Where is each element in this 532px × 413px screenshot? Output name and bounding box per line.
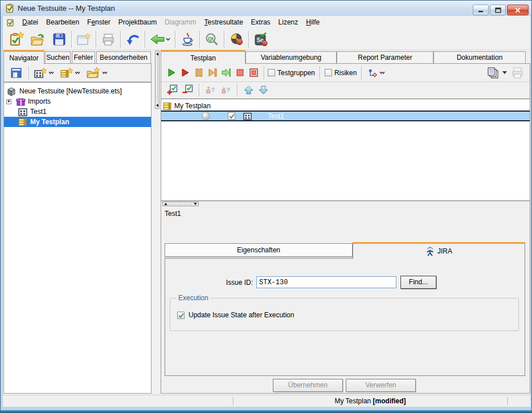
tab-label: Fehler (73, 54, 93, 62)
pause-button[interactable] (192, 66, 206, 80)
chevron-down-icon (48, 71, 54, 75)
menu-hilfe[interactable]: Hilfe (302, 16, 324, 28)
panel-splitter[interactable] (155, 51, 159, 109)
close-button[interactable] (507, 5, 529, 15)
risiken-label: Risiken (334, 69, 357, 77)
detail-splitter[interactable] (162, 202, 199, 206)
print-button[interactable] (97, 30, 119, 49)
menu-projektbaum[interactable]: Projektbaum (114, 16, 161, 28)
testgruppen-checkbox[interactable] (268, 69, 275, 76)
stop-button[interactable] (233, 66, 247, 80)
tab-label: JIRA (437, 247, 452, 255)
navigator-maximize-icon (10, 67, 23, 79)
undo-button[interactable] (122, 30, 144, 49)
tab-fehler[interactable]: Fehler (72, 51, 95, 63)
remove-item-button[interactable] (180, 83, 195, 97)
issue-id-input[interactable] (256, 276, 396, 288)
execution-groupbox: Execution Update Issue State after Execu… (170, 298, 519, 331)
new-testcase-button[interactable] (32, 66, 55, 80)
tab-label: Navigator (9, 54, 38, 62)
expand-icon[interactable]: + (6, 99, 11, 104)
testplan-item-row[interactable]: Test1 (161, 111, 530, 121)
titlebar[interactable]: Neue Testsuite -- My Testplan (1, 1, 531, 16)
new-window-button (73, 30, 95, 49)
menu-datei[interactable]: Datei (18, 16, 42, 28)
save-button[interactable] (48, 30, 70, 49)
testplan-tree: My Testplan Test1 (161, 99, 530, 201)
tab-label: Report Parameter (358, 54, 412, 62)
tab-navigator[interactable]: Navigator (3, 50, 44, 64)
testgruppen-toggle[interactable]: Testgruppen (268, 69, 315, 77)
window-title: Neue Testsuite -- My Testplan (18, 4, 115, 13)
breakpoint-question-up-button: ? (203, 83, 218, 97)
tab-report-parameter[interactable]: Report Parameter (337, 51, 433, 63)
step-button[interactable] (206, 66, 219, 80)
tab-eigenschaften[interactable]: Eigenschaften (165, 243, 353, 257)
tree-row-my-testplan[interactable]: My Testplan (4, 117, 151, 127)
move-down-button[interactable] (256, 83, 271, 97)
menu-label: ilfe (311, 18, 320, 26)
resume-button[interactable] (219, 66, 233, 80)
toolbar-separator (120, 31, 121, 48)
tab-variablenumgebung[interactable]: Variablenumgebung (245, 51, 337, 63)
dropdown-arrow-icon[interactable] (502, 71, 507, 74)
splitter-dots (169, 204, 193, 205)
tab-dokumentation[interactable]: Dokumentation (433, 51, 526, 63)
add-item-button[interactable] (165, 83, 180, 97)
open-folder-icon (30, 32, 45, 46)
testplan-root-row[interactable]: My Testplan (161, 101, 530, 111)
java-button[interactable] (177, 30, 198, 49)
risiken-checkbox[interactable] (325, 69, 332, 76)
update-issue-checkbox[interactable] (177, 312, 185, 319)
new-folder-button[interactable] (85, 66, 109, 80)
new-testcase-grid-icon (34, 68, 47, 78)
item-checkbox[interactable] (228, 112, 235, 120)
menu-extras[interactable]: Extras (247, 16, 275, 28)
new-testsuite-button[interactable] (5, 30, 27, 49)
tree-row-imports[interactable]: + Imports (4, 96, 151, 107)
minimize-icon (478, 7, 484, 13)
tab-besonderheiten[interactable]: Besonderheiten (96, 51, 151, 63)
menu-bearbeiten[interactable]: Bearbeiten (42, 16, 83, 28)
back-button[interactable] (146, 30, 174, 49)
tree-row-testsuite[interactable]: Neue Testsuite [NewTestsuite.ets] (4, 86, 151, 96)
move-up-button[interactable] (241, 83, 256, 97)
maximize-navigator-button[interactable] (8, 66, 25, 80)
menu-lizenz[interactable]: Lizenz (275, 16, 302, 28)
run-debug-button[interactable] (178, 66, 192, 80)
tab-label: Besonderheiten (100, 54, 148, 62)
stop-icon (236, 68, 244, 77)
maximize-button[interactable] (490, 5, 506, 15)
menu-label: D (22, 18, 27, 26)
qt-inspect-button[interactable]: Qt (201, 30, 223, 49)
tab-suchen[interactable]: Suchen (45, 51, 71, 63)
menubar: Datei Bearbeiten Fenster Projektbaum Dia… (3, 16, 530, 28)
check-icon (228, 113, 235, 120)
find-button[interactable]: Find... (400, 276, 436, 289)
selenium-button[interactable]: Se (250, 30, 272, 49)
run-button[interactable] (165, 66, 178, 80)
toolbar-separator (175, 31, 175, 48)
menu-fenster[interactable]: Fenster (83, 16, 114, 28)
toolbar-separator (199, 84, 199, 96)
new-testplan-button[interactable] (59, 66, 81, 80)
update-issue-toggle[interactable]: Update Issue State after Execution (177, 311, 294, 319)
tab-label: Dokumentation (457, 54, 503, 62)
tree-row-test1[interactable]: Test1 (4, 107, 151, 117)
tab-jira[interactable]: JIRA (353, 242, 525, 259)
open-button[interactable] (27, 30, 48, 49)
menu-testresultate[interactable]: Testresultate (200, 16, 247, 28)
coverage-button[interactable] (226, 30, 247, 49)
jira-icon (425, 247, 435, 256)
button-label: Übernehmen (288, 381, 328, 389)
menu-label: Extras (251, 18, 271, 26)
stop-all-button[interactable] (247, 66, 260, 80)
remove-item-icon (182, 84, 193, 95)
risiken-toggle[interactable]: Risiken (325, 69, 357, 77)
tab-testplan[interactable]: Testplan (161, 50, 245, 64)
breakpoints-menu-button[interactable] (366, 66, 387, 80)
button-label: Verwerfen (365, 381, 396, 389)
toolbar-separator (71, 31, 72, 48)
minimize-button[interactable] (473, 5, 489, 15)
copies-button[interactable] (485, 66, 500, 80)
